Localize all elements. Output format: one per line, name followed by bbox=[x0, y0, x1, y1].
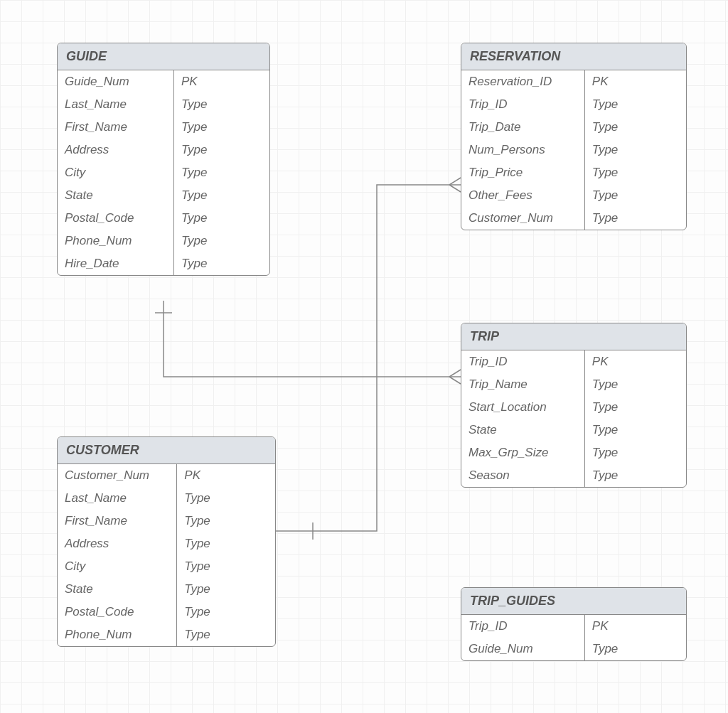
field-name: Last_Name bbox=[58, 487, 177, 510]
field-name: Trip_ID bbox=[461, 350, 585, 373]
field-type: Type bbox=[585, 373, 686, 396]
field-name: Start_Location bbox=[461, 396, 585, 419]
field-type: Type bbox=[585, 396, 686, 419]
entity-guide-body: Guide_NumPK Last_NameType First_NameType… bbox=[58, 70, 269, 275]
field-name: City bbox=[58, 161, 174, 184]
entity-trip-guides-title: TRIP_GUIDES bbox=[461, 588, 686, 615]
field-type: Type bbox=[585, 441, 686, 464]
field-name: State bbox=[461, 419, 585, 441]
field-name: Season bbox=[461, 464, 585, 487]
field-name: Max_Grp_Size bbox=[461, 441, 585, 464]
entity-customer-title: CUSTOMER bbox=[58, 437, 275, 464]
field-type: PK bbox=[174, 70, 269, 93]
field-type: Type bbox=[585, 638, 686, 660]
field-type: Type bbox=[585, 161, 686, 184]
field-type: Type bbox=[177, 532, 275, 555]
field-name: Customer_Num bbox=[461, 207, 585, 230]
field-name: Trip_ID bbox=[461, 93, 585, 116]
field-type: Type bbox=[177, 601, 275, 623]
field-type: Type bbox=[177, 510, 275, 532]
field-type: Type bbox=[585, 116, 686, 139]
field-name: State bbox=[58, 184, 174, 207]
field-name: Guide_Num bbox=[58, 70, 174, 93]
field-type: Type bbox=[174, 161, 269, 184]
field-name: Address bbox=[58, 532, 177, 555]
field-type: Type bbox=[174, 230, 269, 252]
entity-trip-body: Trip_IDPK Trip_NameType Start_LocationTy… bbox=[461, 350, 686, 487]
field-name: Address bbox=[58, 139, 174, 161]
entity-reservation-title: RESERVATION bbox=[461, 43, 686, 70]
field-name: Trip_ID bbox=[461, 615, 585, 638]
field-name: First_Name bbox=[58, 116, 174, 139]
entity-guide-title: GUIDE bbox=[58, 43, 269, 70]
field-name: Trip_Price bbox=[461, 161, 585, 184]
field-name: Postal_Code bbox=[58, 207, 174, 230]
entity-customer-body: Customer_NumPK Last_NameType First_NameT… bbox=[58, 464, 275, 646]
field-type: Type bbox=[174, 252, 269, 275]
entity-trip-title: TRIP bbox=[461, 323, 686, 350]
field-name: State bbox=[58, 578, 177, 601]
entity-trip-guides-body: Trip_IDPK Guide_NumType bbox=[461, 615, 686, 660]
field-name: Num_Persons bbox=[461, 139, 585, 161]
field-type: PK bbox=[585, 350, 686, 373]
field-name: Trip_Name bbox=[461, 373, 585, 396]
field-type: Type bbox=[174, 93, 269, 116]
field-name: Phone_Num bbox=[58, 230, 174, 252]
field-name: Customer_Num bbox=[58, 464, 177, 487]
entity-trip: TRIP Trip_IDPK Trip_NameType Start_Locat… bbox=[461, 323, 687, 488]
field-type: Type bbox=[177, 487, 275, 510]
entity-customer: CUSTOMER Customer_NumPK Last_NameType Fi… bbox=[57, 436, 276, 647]
field-name: Last_Name bbox=[58, 93, 174, 116]
entity-guide: GUIDE Guide_NumPK Last_NameType First_Na… bbox=[57, 43, 270, 276]
field-name: Other_Fees bbox=[461, 184, 585, 207]
field-type: Type bbox=[585, 464, 686, 487]
field-name: Reservation_ID bbox=[461, 70, 585, 93]
entity-trip-guides: TRIP_GUIDES Trip_IDPK Guide_NumType bbox=[461, 587, 687, 661]
field-type: PK bbox=[585, 615, 686, 638]
entity-reservation: RESERVATION Reservation_IDPK Trip_IDType… bbox=[461, 43, 687, 230]
field-name: Phone_Num bbox=[58, 623, 177, 646]
field-type: Type bbox=[177, 555, 275, 578]
field-type: Type bbox=[585, 184, 686, 207]
field-name: Hire_Date bbox=[58, 252, 174, 275]
field-name: First_Name bbox=[58, 510, 177, 532]
field-name: Postal_Code bbox=[58, 601, 177, 623]
field-type: Type bbox=[585, 419, 686, 441]
field-type: Type bbox=[177, 578, 275, 601]
field-type: Type bbox=[174, 116, 269, 139]
field-type: PK bbox=[177, 464, 275, 487]
field-type: Type bbox=[174, 139, 269, 161]
field-name: Guide_Num bbox=[461, 638, 585, 660]
field-type: Type bbox=[177, 623, 275, 646]
field-type: Type bbox=[174, 207, 269, 230]
field-type: Type bbox=[174, 184, 269, 207]
entity-reservation-body: Reservation_IDPK Trip_IDType Trip_DateTy… bbox=[461, 70, 686, 230]
field-name: Trip_Date bbox=[461, 116, 585, 139]
field-type: Type bbox=[585, 93, 686, 116]
field-type: Type bbox=[585, 207, 686, 230]
field-type: PK bbox=[585, 70, 686, 93]
field-name: City bbox=[58, 555, 177, 578]
field-type: Type bbox=[585, 139, 686, 161]
